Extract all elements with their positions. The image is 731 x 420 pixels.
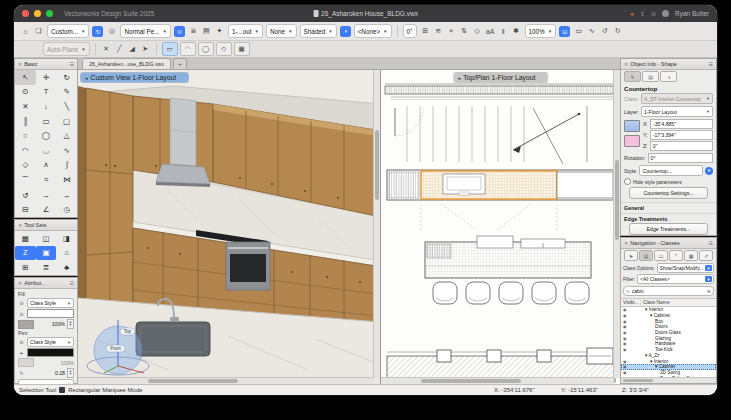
visibility-eye-icon[interactable]: ◉ bbox=[621, 359, 638, 364]
lasso-marquee-mode-button[interactable]: ◠ bbox=[180, 42, 196, 56]
saved-view-dropdown[interactable]: Custom...▼ bbox=[47, 24, 89, 38]
selection-tool[interactable]: ↖ bbox=[15, 70, 36, 85]
mirror-tool[interactable]: ⋈ bbox=[56, 172, 77, 188]
reference-dropdown[interactable]: <None>▼ bbox=[354, 24, 392, 38]
rotate-tool[interactable]: ↺ bbox=[15, 188, 36, 203]
close-palette-icon[interactable]: ✕ bbox=[18, 61, 22, 67]
navigation-header[interactable]: ✕ Navigation - Classes ☰ bbox=[621, 238, 716, 249]
datum-icon[interactable]: ⌖ bbox=[446, 25, 457, 38]
visibility-eye-icon[interactable]: ◉ bbox=[621, 336, 638, 341]
pen-style-dropdown[interactable]: Class Style▼ bbox=[27, 337, 74, 347]
x-field[interactable]: -35'4.885" bbox=[650, 119, 713, 129]
visibility-eye-icon[interactable]: ◉ bbox=[621, 324, 638, 329]
scale-tool[interactable]: ↔ bbox=[56, 188, 77, 203]
triangle-tool[interactable]: △ bbox=[56, 128, 77, 143]
polygon-marquee-mode-button[interactable]: ◇ bbox=[216, 42, 232, 56]
fill-opacity-value[interactable]: 100% bbox=[52, 321, 65, 327]
circle-tool[interactable]: ○ bbox=[15, 128, 36, 143]
zoom-window-button[interactable] bbox=[46, 10, 53, 17]
building-shell-tool-set[interactable]: ▣ bbox=[36, 246, 57, 261]
secondary-point-selector[interactable] bbox=[624, 135, 640, 147]
roof-tool-set[interactable]: ⌂ bbox=[56, 246, 77, 261]
style-dropdown[interactable]: Countertop... bbox=[639, 165, 703, 176]
line-tool[interactable]: ╲ bbox=[56, 99, 77, 114]
visibility-eye-icon[interactable]: ◉ bbox=[621, 330, 638, 335]
line-weight-stepper[interactable]: ▲▼ bbox=[67, 368, 74, 378]
palette-menu-icon[interactable]: ☰ bbox=[70, 280, 74, 286]
layers-icon[interactable]: ≣ bbox=[188, 25, 199, 38]
previous-view-icon[interactable]: ↺ bbox=[599, 25, 610, 38]
fill-color-swatch[interactable] bbox=[27, 309, 74, 318]
edge-treatments-section-label[interactable]: Edge Treatments bbox=[621, 213, 716, 222]
render-settings-icon[interactable]: ✦ bbox=[214, 25, 225, 38]
class-name-column-header[interactable]: Class Name bbox=[641, 299, 670, 306]
camera-icon[interactable]: ◎ bbox=[106, 25, 117, 38]
push-pull-icon[interactable]: ⇅ bbox=[459, 25, 470, 38]
visibility-eye-icon[interactable]: ◉ bbox=[621, 347, 638, 352]
site-planning-tool-set[interactable]: ♣ bbox=[56, 260, 77, 275]
flyover-tool[interactable]: ↻ bbox=[56, 70, 77, 85]
minimize-window-button[interactable] bbox=[34, 10, 41, 17]
text-style-icon[interactable]: aA bbox=[485, 25, 496, 38]
pane-2d-horizontal-scrollbar[interactable] bbox=[381, 377, 614, 384]
tool-sets-palette-header[interactable]: ✕ Tool Sets bbox=[15, 220, 77, 231]
line-weight-value[interactable]: 0.18 bbox=[55, 370, 65, 376]
new-tab-button[interactable]: + bbox=[173, 58, 187, 69]
update-badge-icon[interactable]: ● bbox=[630, 11, 634, 17]
palette-menu-icon[interactable]: ☰ bbox=[70, 61, 74, 67]
pane-2d-vertical-scrollbar[interactable] bbox=[613, 70, 620, 378]
countertop-settings-button[interactable]: Countertop Settings... bbox=[629, 187, 708, 199]
tab-sheet-layers[interactable]: ⌗ bbox=[669, 250, 683, 261]
class-search-field[interactable]: ⊙ cabin ⊗ bbox=[623, 286, 714, 296]
visibility-column-header[interactable]: Visibi... bbox=[621, 299, 641, 306]
hide-style-checkbox[interactable] bbox=[624, 178, 631, 185]
pen-opacity-slider[interactable] bbox=[18, 358, 34, 367]
rectangle-tool[interactable]: ▭ bbox=[36, 114, 57, 129]
visibility-eye-icon[interactable]: ◉ bbox=[621, 341, 638, 346]
search-icon[interactable]: ⊙ bbox=[651, 10, 656, 17]
account-avatar[interactable] bbox=[662, 10, 669, 17]
unified-view-icon[interactable]: ⊞ bbox=[420, 25, 431, 38]
fit-page-icon[interactable]: ▭ bbox=[573, 25, 584, 38]
filter-dropdown[interactable]: <All Classes>▼ bbox=[637, 274, 714, 284]
reference-point-selector[interactable] bbox=[624, 120, 640, 132]
class-list[interactable]: ◉▾ Interior◉▾ Cabinet◉Box◉Doors◉Doors Gl… bbox=[621, 307, 716, 377]
fill-opacity-stepper[interactable]: ▲▼ bbox=[67, 319, 74, 329]
z-field[interactable]: 0" bbox=[650, 141, 713, 151]
saved-views-icon[interactable]: ❏ bbox=[33, 25, 44, 38]
smart-cursor-icon[interactable]: ➤ bbox=[140, 43, 151, 56]
basic-palette-header[interactable]: ✕ Basic ☰ bbox=[15, 59, 77, 70]
tab-classes[interactable]: ▤ bbox=[639, 250, 653, 261]
snap-to-angle-icon[interactable]: ◢ bbox=[127, 43, 138, 56]
zoom-dropdown[interactable]: 100%▼ bbox=[525, 24, 557, 38]
tab-shape[interactable]: ✎ bbox=[624, 71, 641, 82]
oval-marquee-mode-button[interactable]: ◯ bbox=[198, 42, 214, 56]
pane-options-icon[interactable]: ◂ bbox=[85, 75, 88, 81]
close-palette-icon[interactable]: ✕ bbox=[624, 240, 628, 246]
pen-color-swatch[interactable] bbox=[27, 348, 74, 357]
pane-options-icon[interactable]: ◂ bbox=[458, 75, 461, 81]
y-field[interactable]: -17'3.394" bbox=[650, 130, 713, 140]
fit-to-objects-icon[interactable]: ⌂ bbox=[20, 25, 31, 38]
zoom-line-icon[interactable]: ∿ bbox=[586, 25, 597, 38]
pane-3d-vertical-scrollbar[interactable] bbox=[373, 70, 380, 378]
visibility-eye-icon[interactable]: ◉ bbox=[621, 313, 638, 318]
working-plane-icon[interactable]: ◇ bbox=[472, 25, 483, 38]
pane-3d-horizontal-scrollbar[interactable] bbox=[78, 377, 374, 384]
pane-3d-view-label[interactable]: ◂ Custom View 1-Floor Layout bbox=[81, 73, 188, 82]
class-dropdown[interactable]: None▼ bbox=[266, 24, 297, 38]
freehand-tool[interactable]: ∿ bbox=[56, 143, 77, 158]
tab-data[interactable]: ▤ bbox=[642, 71, 659, 82]
delete-vertex-tool[interactable]: ✕ bbox=[15, 99, 36, 114]
stairs-tool-set[interactable]: ≣ bbox=[36, 260, 57, 275]
walls-tool-set[interactable]: ▦ bbox=[15, 231, 36, 246]
detailing-tool-set[interactable]: Z bbox=[15, 246, 36, 261]
tab-design-layers[interactable]: ▭ bbox=[654, 250, 668, 261]
plan-rotation-field[interactable]: 0° bbox=[403, 24, 417, 38]
account-name[interactable]: Ryan Butler bbox=[675, 10, 709, 17]
object-info-header[interactable]: ✕ Object Info - Shape ☰ bbox=[621, 59, 716, 70]
edge-treatments-button[interactable]: Edge Treatments... bbox=[629, 223, 708, 235]
palette-menu-icon[interactable]: ☰ bbox=[709, 240, 713, 246]
render-options-button[interactable]: ◑ bbox=[340, 26, 351, 37]
stack-layers-icon[interactable]: ≋ bbox=[433, 25, 444, 38]
